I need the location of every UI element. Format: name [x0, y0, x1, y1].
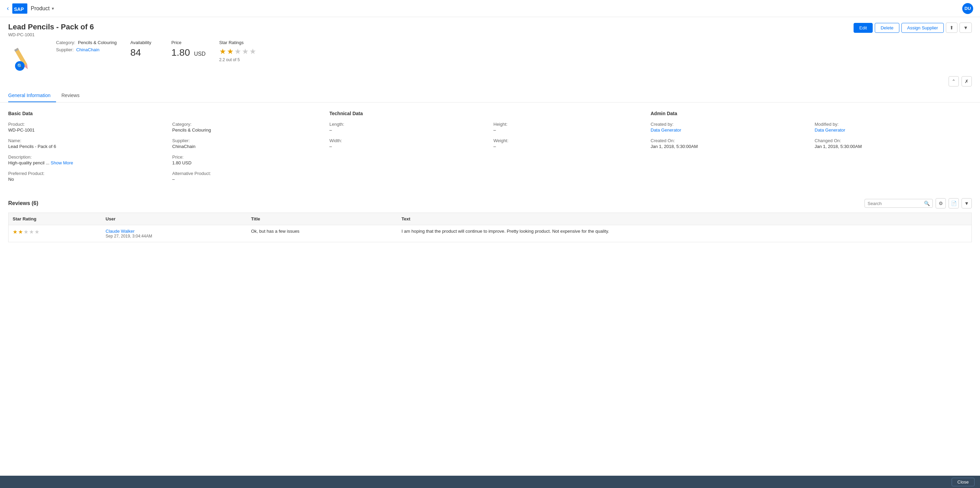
created-by-label: Created by: — [651, 122, 808, 127]
price-field-label: Price: — [172, 154, 329, 160]
reviews-header: Reviews (6) 🔍 ⚙ 📄 ▼ — [8, 198, 972, 208]
table-more-button[interactable]: ▼ — [961, 198, 972, 208]
page-title: Lead Pencils - Pack of 6 — [8, 22, 94, 32]
col-title: Title — [247, 213, 398, 225]
table-row: ★ ★ ★ ★ ★ Claude Walker Sep 27, 2019, 3:… — [8, 225, 972, 242]
reviews-table: Star Rating User Title Text ★ ★ ★ ★ ★ — [8, 213, 972, 242]
created-by-value: Data Generator — [651, 127, 808, 133]
supplier-field: Supplier: ChinaChain — [172, 138, 329, 149]
row-user: Claude Walker Sep 27, 2019, 3:04:44AM — [102, 225, 247, 242]
category-value: Pencils & Colouring — [78, 40, 116, 45]
collapse-button[interactable]: ⌃ — [948, 76, 959, 86]
header-chevron-icon[interactable]: ▼ — [51, 6, 55, 11]
export-icon: 📄 — [951, 200, 957, 206]
star-3: ★ — [234, 47, 241, 56]
section-controls: ⌃ ✗ — [0, 76, 980, 89]
description-value: High-quality pencil ... Show More — [8, 160, 165, 165]
app-header: ‹ SAP Product ▼ DU — [0, 0, 980, 17]
table-header-row: Star Rating User Title Text — [8, 213, 972, 225]
page-title-block: Lead Pencils - Pack of 6 WD-PC-1001 — [8, 22, 94, 37]
svg-text:SAP: SAP — [14, 6, 24, 12]
more-actions-button[interactable]: ▼ — [959, 22, 972, 33]
created-by-link[interactable]: Data Generator — [651, 127, 681, 133]
app-title: Product ▼ — [31, 5, 55, 12]
product-name-field: Name: Lead Pencils - Pack of 6 — [8, 138, 165, 149]
content-area: Basic Data Product: WD-PC-1001 Name: Lea… — [0, 103, 980, 251]
created-by-field: Created by: Data Generator — [651, 122, 808, 133]
changed-on-field: Changed On: Jan 1, 2018, 5:30:00AM — [815, 138, 972, 149]
tab-reviews[interactable]: Reviews — [62, 89, 85, 102]
row-title: Ok, but has a few issues — [247, 225, 398, 242]
price-field-value: 1.80 USD — [172, 160, 329, 165]
assign-supplier-button[interactable]: Assign Supplier — [901, 23, 944, 33]
back-button[interactable]: ‹ — [7, 5, 9, 12]
admin-data-section: Admin Data Created by: Data Generator Cr… — [651, 111, 972, 187]
height-field: Height: – — [493, 122, 651, 133]
zoom-button[interactable]: 🔍 — [15, 61, 25, 71]
search-input[interactable] — [867, 201, 924, 206]
row-star-5: ★ — [35, 229, 39, 235]
user-avatar[interactable]: DU — [962, 3, 973, 14]
star-2: ★ — [227, 47, 234, 56]
changed-on-label: Changed On: — [815, 138, 972, 143]
refresh-icon: ✗ — [965, 79, 969, 84]
user-link[interactable]: Claude Walker — [106, 229, 135, 234]
height-label: Height: — [493, 122, 651, 127]
refresh-button[interactable]: ✗ — [961, 76, 972, 86]
row-stars: ★ ★ ★ ★ ★ — [13, 229, 97, 235]
length-field: Length: – — [329, 122, 487, 133]
col-user: User — [102, 213, 247, 225]
product-name-value: Lead Pencils - Pack of 6 — [8, 144, 165, 149]
settings-icon: ⚙ — [939, 200, 943, 206]
created-on-field: Created On: Jan 1, 2018, 5:30:00AM — [651, 138, 808, 149]
page-actions: Edit Delete Assign Supplier ⬆ ▼ — [854, 22, 972, 33]
collapse-icon: ⌃ — [951, 79, 956, 84]
description-label: Description: — [8, 154, 165, 160]
modified-by-link[interactable]: Data Generator — [815, 127, 845, 133]
preferred-product-value: No — [8, 177, 165, 182]
length-value: – — [329, 127, 487, 133]
alt-product-label: Alternative Product: — [172, 171, 329, 176]
alt-product-value: – — [172, 177, 329, 182]
availability-value: 84 — [130, 47, 158, 58]
category-field-label: Category: — [172, 122, 329, 127]
row-star-4: ★ — [29, 229, 34, 235]
supplier-field-value: ChinaChain — [172, 144, 329, 149]
page-subtitle: WD-PC-1001 — [8, 32, 94, 37]
created-on-value: Jan 1, 2018, 5:30:00AM — [651, 144, 808, 149]
category-field: Category: Pencils & Colouring — [172, 122, 329, 133]
price-currency: USD — [194, 51, 206, 57]
technical-data-title: Technical Data — [329, 111, 651, 116]
preferred-product-label: Preferred Product: — [8, 171, 165, 176]
price-value: 1.80 — [171, 47, 190, 58]
page-header: Lead Pencils - Pack of 6 WD-PC-1001 Edit… — [0, 17, 980, 40]
availability-label: Availability — [130, 40, 158, 45]
row-star-rating: ★ ★ ★ ★ ★ — [8, 225, 102, 242]
star-ratings-block: Star Ratings ★ ★ ★ ★ ★ 2.2 out of 5 — [220, 40, 256, 62]
product-image — [8, 40, 42, 71]
supplier-field-label: Supplier: — [172, 138, 329, 143]
reviews-section: Reviews (6) 🔍 ⚙ 📄 ▼ Star — [8, 198, 972, 242]
product-name-label: Name: — [8, 138, 165, 143]
star-rating-stars: ★ ★ ★ ★ ★ — [220, 47, 256, 56]
share-button[interactable]: ⬆ — [946, 22, 958, 33]
chevron-down-icon: ▼ — [963, 25, 968, 30]
export-button[interactable]: 📄 — [948, 198, 959, 208]
table-settings-button[interactable]: ⚙ — [935, 198, 946, 208]
technical-data-section: Technical Data Length: – Width: – Height… — [329, 111, 651, 187]
weight-field: Weight: – — [493, 138, 651, 149]
modified-by-field: Modified by: Data Generator — [815, 122, 972, 133]
show-more-link[interactable]: Show More — [51, 160, 73, 165]
price-label: Price — [171, 40, 205, 45]
supplier-link[interactable]: ChinaChain — [76, 47, 99, 52]
delete-button[interactable]: Delete — [875, 23, 899, 33]
product-id-value: WD-PC-1001 — [8, 127, 165, 133]
tab-general-information[interactable]: General Information — [8, 89, 56, 102]
edit-button[interactable]: Edit — [854, 23, 873, 33]
col-star-rating: Star Rating — [8, 213, 102, 225]
star-rating-score: 2.2 out of 5 — [220, 57, 256, 62]
price-stat: Price 1.80 USD — [171, 40, 205, 58]
star-1: ★ — [220, 47, 226, 56]
height-value: – — [493, 127, 651, 133]
col-text: Text — [398, 213, 972, 225]
